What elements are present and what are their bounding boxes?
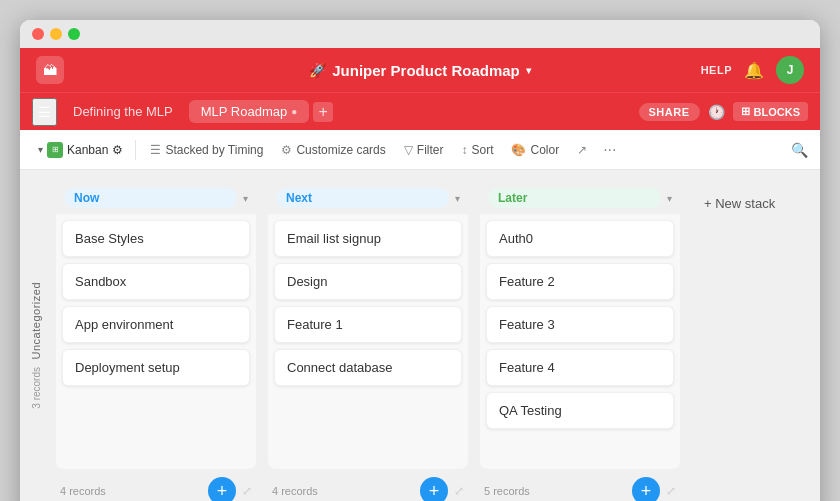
card-now-2[interactable]: App environment	[62, 306, 250, 343]
stacked-label: Stacked by Timing	[165, 143, 263, 157]
column-dropdown-arrow-later[interactable]: ▾	[667, 193, 672, 204]
card-next-2[interactable]: Feature 1	[274, 306, 462, 343]
customize-icon: ⚙	[281, 143, 292, 157]
title-bar	[20, 20, 820, 48]
customize-label: Customize cards	[296, 143, 385, 157]
customize-cards-button[interactable]: ⚙ Customize cards	[273, 139, 393, 161]
add-card-button-now[interactable]: +	[208, 477, 236, 501]
hamburger-icon[interactable]: ☰	[32, 98, 57, 126]
tab-mlp-roadmap[interactable]: MLP Roadmap ●	[189, 100, 310, 123]
minimize-button[interactable]	[50, 28, 62, 40]
card-next-3[interactable]: Connect database	[274, 349, 462, 386]
column-body-next: Email list signupDesignFeature 1Connect …	[268, 214, 468, 469]
footer-actions-now: +⤢	[208, 477, 252, 501]
title-icon: 🚀	[309, 62, 326, 78]
sort-button[interactable]: ↕ Sort	[453, 139, 501, 161]
column-dropdown-arrow-now[interactable]: ▾	[243, 193, 248, 204]
column-header-now: Now▾	[56, 182, 256, 214]
card-next-1[interactable]: Design	[274, 263, 462, 300]
tab-defining-label: Defining the MLP	[73, 104, 173, 119]
more-options-icon[interactable]: ···	[597, 137, 622, 163]
title-dropdown-arrow[interactable]: ▾	[526, 65, 531, 76]
column-later: Later▾Auth0Feature 2Feature 3Feature 4QA…	[480, 182, 680, 501]
toggle-arrow-icon: ▾	[38, 144, 43, 155]
tab-defining-mlp[interactable]: Defining the MLP	[61, 100, 185, 123]
column-tag-next[interactable]: Next	[276, 188, 449, 208]
card-later-0[interactable]: Auth0	[486, 220, 674, 257]
expand-button-next[interactable]: ⤢	[454, 484, 464, 498]
blocks-button[interactable]: ⊞ BLOCKS	[733, 102, 808, 121]
help-label: HELP	[701, 64, 732, 76]
add-card-button-later[interactable]: +	[632, 477, 660, 501]
header-right: HELP 🔔 J	[701, 56, 804, 84]
new-stack-button[interactable]: + New stack	[692, 190, 787, 217]
add-tab-button[interactable]: +	[313, 102, 333, 122]
app-window: 🏔 🚀 Juniper Product Roadmap ▾ HELP 🔔 J ☰…	[20, 20, 820, 501]
card-next-0[interactable]: Email list signup	[274, 220, 462, 257]
main-content: Uncategorized 3 records Now▾Base StylesS…	[20, 170, 820, 501]
view-label: Kanban	[67, 143, 108, 157]
app-title: 🚀 Juniper Product Roadmap ▾	[309, 62, 531, 79]
column-footer-next: 4 records+⤢	[268, 469, 468, 501]
app-logo: 🏔	[36, 56, 64, 84]
stacked-icon: ☰	[150, 143, 161, 157]
kanban-board: Now▾Base StylesSandboxApp environmentDep…	[52, 170, 820, 501]
kanban-icon: ⊞	[47, 142, 63, 158]
sort-icon: ↕	[461, 143, 467, 157]
records-count-now: 4 records	[60, 485, 106, 497]
add-card-button-next[interactable]: +	[420, 477, 448, 501]
sort-label: Sort	[471, 143, 493, 157]
search-icon[interactable]: 🔍	[791, 142, 808, 158]
column-now: Now▾Base StylesSandboxApp environmentDep…	[56, 182, 256, 501]
footer-actions-later: +⤢	[632, 477, 676, 501]
card-later-2[interactable]: Feature 3	[486, 306, 674, 343]
color-label: Color	[530, 143, 559, 157]
columns-container: Now▾Base StylesSandboxApp environmentDep…	[56, 182, 692, 501]
column-tag-now[interactable]: Now	[64, 188, 237, 208]
notification-bell-icon[interactable]: 🔔	[744, 61, 764, 80]
column-dropdown-arrow-next[interactable]: ▾	[455, 193, 460, 204]
column-body-now: Base StylesSandboxApp environmentDeploym…	[56, 214, 256, 469]
export-button[interactable]: ↗	[569, 139, 595, 161]
new-stack-column: + New stack	[692, 182, 820, 501]
blocks-grid-icon: ⊞	[741, 105, 750, 118]
tab-dot: ●	[291, 106, 297, 117]
column-header-next: Next▾	[268, 182, 468, 214]
card-later-4[interactable]: QA Testing	[486, 392, 674, 429]
view-toggle[interactable]: ▾ ⊞ Kanban ⚙	[32, 138, 129, 162]
filter-label: Filter	[417, 143, 444, 157]
avatar[interactable]: J	[776, 56, 804, 84]
stacked-timing-button[interactable]: ☰ Stacked by Timing	[142, 139, 271, 161]
nav-bar: ☰ Defining the MLP MLP Roadmap ● + SHARE…	[20, 92, 820, 130]
sidebar-records: 3 records	[31, 367, 42, 409]
card-now-1[interactable]: Sandbox	[62, 263, 250, 300]
blocks-label: BLOCKS	[754, 106, 800, 118]
expand-button-now[interactable]: ⤢	[242, 484, 252, 498]
column-body-later: Auth0Feature 2Feature 3Feature 4QA Testi…	[480, 214, 680, 469]
color-icon: 🎨	[511, 143, 526, 157]
new-stack-label: + New stack	[704, 196, 775, 211]
expand-button-later[interactable]: ⤢	[666, 484, 676, 498]
card-later-3[interactable]: Feature 4	[486, 349, 674, 386]
export-icon: ↗	[577, 143, 587, 157]
history-icon[interactable]: 🕐	[708, 104, 725, 120]
filter-icon: ▽	[404, 143, 413, 157]
filter-button[interactable]: ▽ Filter	[396, 139, 452, 161]
column-tag-later[interactable]: Later	[488, 188, 661, 208]
records-count-later: 5 records	[484, 485, 530, 497]
card-now-0[interactable]: Base Styles	[62, 220, 250, 257]
category-label: Uncategorized	[30, 282, 42, 359]
card-later-1[interactable]: Feature 2	[486, 263, 674, 300]
sidebar-label: Uncategorized 3 records	[20, 170, 52, 501]
maximize-button[interactable]	[68, 28, 80, 40]
records-count-next: 4 records	[272, 485, 318, 497]
column-footer-now: 4 records+⤢	[56, 469, 256, 501]
app-header: 🏔 🚀 Juniper Product Roadmap ▾ HELP 🔔 J	[20, 48, 820, 92]
column-header-later: Later▾	[480, 182, 680, 214]
tab-mlp-label: MLP Roadmap	[201, 104, 287, 119]
color-button[interactable]: 🎨 Color	[503, 139, 567, 161]
card-now-3[interactable]: Deployment setup	[62, 349, 250, 386]
traffic-lights	[32, 28, 80, 40]
share-button[interactable]: SHARE	[639, 103, 700, 121]
close-button[interactable]	[32, 28, 44, 40]
